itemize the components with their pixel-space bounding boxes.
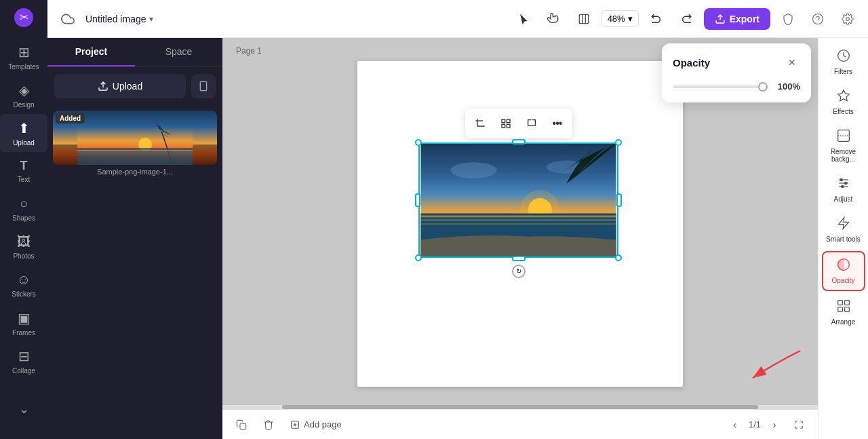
- tab-project[interactable]: Project: [47, 38, 135, 66]
- prev-page-button[interactable]: ‹: [724, 414, 746, 436]
- panel-actions: Upload: [47, 67, 222, 105]
- sidebar-item-templates[interactable]: ⊞ Templates: [0, 38, 47, 76]
- canvas-image-wrapper[interactable]: •••: [418, 142, 618, 258]
- more-options-button[interactable]: •••: [545, 111, 570, 136]
- filters-button[interactable]: Filters: [822, 43, 865, 81]
- handle-bottom-mid[interactable]: [512, 256, 526, 261]
- sidebar-item-collage[interactable]: ⊟ Collage: [0, 342, 47, 380]
- opacity-label: Opacity: [832, 277, 855, 284]
- zoom-control[interactable]: 48% ▾: [601, 10, 639, 27]
- svg-rect-29: [420, 223, 616, 225]
- sidebar-item-more[interactable]: ⌄: [16, 390, 32, 428]
- export-button[interactable]: Export: [704, 8, 770, 30]
- svg-rect-16: [77, 153, 193, 153]
- upload-button[interactable]: Upload: [54, 74, 186, 98]
- topbar: Untitled image ▾ 48% ▾: [47, 0, 868, 38]
- sidebar-item-shapes[interactable]: ○ Shapes: [0, 190, 47, 228]
- opacity-icon: [837, 258, 850, 275]
- arrange-icon: [837, 299, 850, 316]
- svg-rect-15: [77, 150, 193, 151]
- duplicate-page-button[interactable]: [231, 414, 252, 436]
- help-button[interactable]: [806, 7, 830, 31]
- panel-content: Added Sample-png-image-1...: [47, 105, 222, 439]
- shield-button[interactable]: [776, 7, 800, 31]
- opacity-close-button[interactable]: ✕: [784, 54, 800, 71]
- rotate-handle[interactable]: ↻: [512, 265, 526, 278]
- settings-button[interactable]: [835, 7, 860, 31]
- grid-button[interactable]: [494, 111, 518, 136]
- media-item-sunset[interactable]: Added Sample-png-image-1...: [53, 111, 217, 176]
- handle-bottom-right[interactable]: [615, 254, 622, 261]
- redo-button[interactable]: [674, 7, 698, 31]
- handle-mid-left[interactable]: [415, 193, 420, 207]
- cursor-tool-button[interactable]: [512, 7, 536, 31]
- sidebar-item-text[interactable]: T Text: [0, 152, 47, 190]
- horizontal-scrollbar[interactable]: [222, 405, 818, 409]
- hand-tool-button[interactable]: [542, 7, 566, 31]
- templates-icon: ⊞: [18, 44, 30, 60]
- opacity-value: 100%: [774, 81, 800, 92]
- effects-label: Effects: [833, 108, 853, 115]
- handle-mid-right[interactable]: [616, 193, 622, 207]
- mobile-button[interactable]: [191, 74, 216, 98]
- page-canvas[interactable]: •••: [357, 61, 683, 387]
- upload-icon: ⬆: [18, 120, 30, 136]
- opacity-button[interactable]: Opacity: [822, 251, 865, 291]
- right-panel: Filters Effects Remove backg...: [818, 38, 868, 439]
- page-counter: ‹ 1/1 ›: [724, 414, 810, 436]
- fullscreen-button[interactable]: [788, 414, 810, 436]
- sidebar-item-frames[interactable]: ▣ Frames: [0, 304, 47, 342]
- flip-button[interactable]: [519, 111, 544, 136]
- add-page-label: Add page: [304, 419, 342, 430]
- handle-top-mid[interactable]: [512, 139, 526, 145]
- add-page-button[interactable]: Add page: [285, 417, 347, 432]
- handle-top-right[interactable]: [615, 139, 622, 146]
- sidebar-item-photos[interactable]: 🖼 Photos: [0, 228, 47, 266]
- opacity-slider[interactable]: [673, 85, 768, 88]
- tab-space[interactable]: Space: [135, 38, 222, 66]
- effects-button[interactable]: Effects: [822, 83, 865, 121]
- sidebar-item-label: Templates: [8, 63, 39, 71]
- more-icon: ⌄: [19, 402, 29, 417]
- delete-page-button[interactable]: [258, 414, 279, 436]
- sidebar-item-label: Stickers: [12, 290, 36, 298]
- scrollbar-thumb[interactable]: [282, 405, 758, 409]
- handle-top-left[interactable]: [415, 139, 422, 146]
- adjust-button[interactable]: Adjust: [822, 171, 865, 208]
- sidebar-item-design[interactable]: ◈ Design: [0, 76, 47, 114]
- undo-button[interactable]: [644, 7, 669, 31]
- svg-rect-49: [844, 301, 849, 305]
- document-title: Untitled image: [85, 14, 146, 24]
- document-title-area[interactable]: Untitled image ▾: [85, 14, 153, 24]
- arrange-button[interactable]: Arrange: [822, 294, 865, 331]
- smart-tools-label: Smart tools: [826, 235, 861, 243]
- next-page-button[interactable]: ›: [764, 414, 785, 436]
- frame-tool-button[interactable]: [572, 7, 596, 31]
- svg-point-8: [846, 17, 850, 20]
- cloud-save-button[interactable]: [56, 7, 80, 31]
- sidebar-item-label: Shapes: [12, 214, 35, 222]
- sidebar-item-upload[interactable]: ⬆ Upload: [0, 114, 47, 152]
- text-icon: T: [20, 159, 28, 173]
- design-icon: ◈: [19, 82, 29, 98]
- svg-rect-28: [420, 219, 616, 221]
- opacity-slider-thumb[interactable]: [758, 82, 768, 92]
- title-chevron: ▾: [149, 14, 153, 24]
- panel-sidebar: Project Space Upload: [47, 38, 222, 439]
- smart-tools-button[interactable]: Smart tools: [822, 211, 865, 248]
- svg-text:✂: ✂: [20, 12, 28, 23]
- handle-bottom-left[interactable]: [415, 254, 422, 261]
- adjust-icon: [837, 176, 850, 193]
- svg-rect-18: [502, 119, 505, 123]
- stickers-icon: ☺: [17, 272, 31, 288]
- remove-bg-button[interactable]: Remove backg...: [822, 123, 865, 168]
- svg-rect-21: [507, 124, 510, 128]
- shapes-icon: ○: [20, 196, 28, 212]
- sidebar-item-stickers[interactable]: ☺ Stickers: [0, 266, 47, 304]
- sidebar-item-label: Frames: [12, 329, 35, 337]
- panel-tabs: Project Space: [47, 38, 222, 67]
- crop-button[interactable]: [468, 111, 492, 136]
- svg-rect-2: [579, 14, 589, 24]
- svg-point-31: [450, 162, 496, 178]
- opacity-slider-fill: [673, 85, 768, 88]
